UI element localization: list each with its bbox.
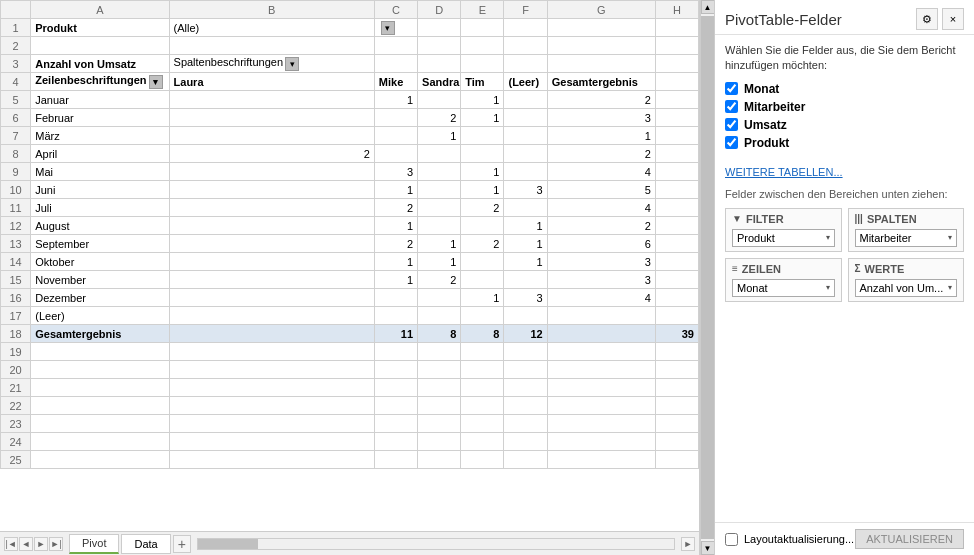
- layout-update-checkbox[interactable]: [725, 533, 738, 546]
- cell-r14-c5: [461, 253, 504, 271]
- tab-nav-last[interactable]: ►|: [49, 537, 63, 551]
- pivot-area-dropdown-filter[interactable]: Produkt▾: [732, 229, 835, 247]
- row-num-18: 18: [1, 325, 31, 343]
- cell-r23-c1: [31, 415, 169, 433]
- cell-r14-c4: 1: [418, 253, 461, 271]
- cell-r20-c1: [31, 361, 169, 379]
- pivot-settings-btn[interactable]: ⚙: [916, 8, 938, 30]
- update-button[interactable]: AKTUALISIEREN: [855, 529, 964, 549]
- cell-r3-c4: [418, 55, 461, 73]
- tab-nav-prev[interactable]: ◄: [19, 537, 33, 551]
- pivot-description: Wählen Sie die Felder aus, die Sie dem B…: [725, 43, 964, 74]
- pivot-table: ABCDEFGH 1Produkt(Alle)▾23Anzahl von Ums…: [0, 0, 699, 469]
- horizontal-scrollbar[interactable]: [197, 538, 675, 550]
- cell-r5-c5: 1: [461, 91, 504, 109]
- cell-r6-c2: [169, 109, 374, 127]
- pivot-area-title-zeilen: ZEILEN: [742, 263, 781, 275]
- cell-r4-c5: Tim: [461, 73, 504, 91]
- cell-r1-c5: [461, 19, 504, 37]
- cell-r21-c4: [418, 379, 461, 397]
- cell-r21-c2: [169, 379, 374, 397]
- pivot-close-btn[interactable]: ×: [942, 8, 964, 30]
- cell-r8-c1: April: [31, 145, 169, 163]
- field-label-mitarbeiter: Mitarbeiter: [744, 100, 805, 114]
- cell-r21-c3: [374, 379, 417, 397]
- cell-r18-c5: 8: [461, 325, 504, 343]
- field-checkbox-produkt[interactable]: [725, 136, 738, 149]
- row-num-16: 16: [1, 289, 31, 307]
- cell-r19-c1: [31, 343, 169, 361]
- scroll-right-btn[interactable]: ►: [681, 537, 695, 551]
- cell-r5-c3: 1: [374, 91, 417, 109]
- cell-r9-c5: 1: [461, 163, 504, 181]
- row-num-2: 2: [1, 37, 31, 55]
- scrollbar-thumb-h[interactable]: [198, 539, 258, 549]
- cell-text: Spaltenbeschriftungen: [174, 56, 283, 68]
- row-num-14: 14: [1, 253, 31, 271]
- cell-r11-c6: [504, 199, 547, 217]
- sheet-wrapper[interactable]: ABCDEFGH 1Produkt(Alle)▾23Anzahl von Ums…: [0, 0, 699, 531]
- row-num-12: 12: [1, 217, 31, 235]
- cell-r3-c2[interactable]: Spaltenbeschriftungen▾: [169, 55, 374, 73]
- cell-r11-c3: 2: [374, 199, 417, 217]
- dropdown-arrow-icon[interactable]: ▾: [381, 21, 395, 35]
- tab-pivot[interactable]: Pivot: [69, 534, 119, 554]
- field-checkbox-mitarbeiter[interactable]: [725, 100, 738, 113]
- cell-r6-c8: [655, 109, 698, 127]
- field-label-umsatz: Umsatz: [744, 118, 787, 132]
- field-checkbox-monat[interactable]: [725, 82, 738, 95]
- cell-r18-c8: 39: [655, 325, 698, 343]
- dropdown-arrow-icon[interactable]: ▾: [285, 57, 299, 71]
- cell-r2-c5: [461, 37, 504, 55]
- pivot-area-dropdown-spalten[interactable]: Mitarbeiter▾: [855, 229, 958, 247]
- cell-r1-c6: [504, 19, 547, 37]
- tab-nav-first[interactable]: |◄: [4, 537, 18, 551]
- cell-r21-c8: [655, 379, 698, 397]
- scroll-up-btn[interactable]: ▲: [701, 0, 715, 14]
- pivot-area-value-zeilen: Monat: [737, 282, 768, 294]
- cell-r23-c2: [169, 415, 374, 433]
- tab-data[interactable]: Data: [121, 534, 170, 554]
- field-checkbox-umsatz[interactable]: [725, 118, 738, 131]
- cell-r19-c4: [418, 343, 461, 361]
- cell-r9-c4: [418, 163, 461, 181]
- field-item-umsatz: Umsatz: [725, 118, 964, 132]
- cell-r1-c4: [418, 19, 461, 37]
- cell-r6-c5: 1: [461, 109, 504, 127]
- cell-r13-c3: 2: [374, 235, 417, 253]
- cell-r6-c1: Februar: [31, 109, 169, 127]
- row-num-20: 20: [1, 361, 31, 379]
- col-header-A: A: [31, 1, 169, 19]
- spreadsheet-area: ABCDEFGH 1Produkt(Alle)▾23Anzahl von Ums…: [0, 0, 700, 555]
- cell-r2-c3: [374, 37, 417, 55]
- cell-r25-c4: [418, 451, 461, 469]
- col-header-B: B: [169, 1, 374, 19]
- pivot-area-dropdown-zeilen[interactable]: Monat▾: [732, 279, 835, 297]
- vertical-scrollbar[interactable]: ▲ ▼: [700, 0, 714, 555]
- scrollbar-thumb-v[interactable]: [701, 16, 714, 539]
- dropdown-arrow-icon[interactable]: ▾: [149, 75, 163, 89]
- cell-r16-c3: [374, 289, 417, 307]
- row-num-21: 21: [1, 379, 31, 397]
- pivot-area-value-filter: Produkt: [737, 232, 775, 244]
- scroll-down-btn[interactable]: ▼: [701, 541, 715, 555]
- cell-r22-c1: [31, 397, 169, 415]
- cell-r11-c1: Juli: [31, 199, 169, 217]
- pivot-area-value-werte: Anzahl von Um...: [860, 282, 944, 294]
- tab-nav-next[interactable]: ►: [34, 537, 48, 551]
- pivot-area-icon-filter: ▼: [732, 213, 742, 224]
- cell-r24-c1: [31, 433, 169, 451]
- pivot-panel: PivotTable-Felder ⚙ × Wählen Sie die Fel…: [714, 0, 974, 555]
- cell-r2-c4: [418, 37, 461, 55]
- cell-r10-c5: 1: [461, 181, 504, 199]
- pivot-area-dropdown-werte[interactable]: Anzahl von Um...▾: [855, 279, 958, 297]
- tab-add-button[interactable]: +: [173, 535, 191, 553]
- cell-r22-c5: [461, 397, 504, 415]
- pivot-fields-section: Wählen Sie die Felder aus, die Sie dem B…: [715, 35, 974, 162]
- more-tables-link[interactable]: WEITERE TABELLEN...: [715, 162, 974, 182]
- cell-r10-c1: Juni: [31, 181, 169, 199]
- cell-r1-c3[interactable]: ▾: [374, 19, 417, 37]
- cell-r21-c7: [547, 379, 655, 397]
- cell-r20-c7: [547, 361, 655, 379]
- cell-r4-c1[interactable]: Zeilenbeschriftungen▾: [31, 73, 169, 91]
